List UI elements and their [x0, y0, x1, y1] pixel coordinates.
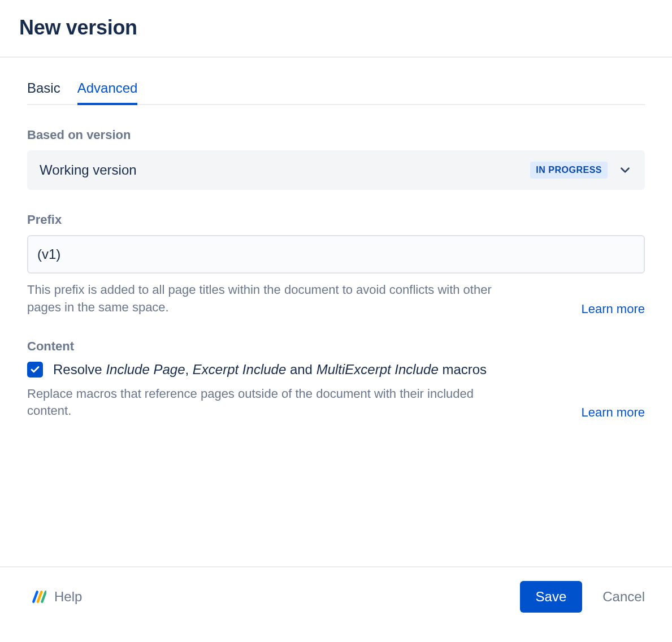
content-help-text: Replace macros that reference pages outs…	[27, 385, 508, 420]
dialog-content: Basic Advanced Based on version Working …	[0, 58, 672, 566]
prefix-field: Prefix This prefix is added to all page …	[27, 212, 645, 316]
help-label: Help	[54, 589, 82, 605]
cancel-button[interactable]: Cancel	[602, 589, 645, 605]
cb-text-pre: Resolve	[53, 362, 106, 377]
status-badge: IN PROGRESS	[530, 162, 608, 179]
resolve-macros-checkbox[interactable]	[27, 362, 43, 378]
cb-text-sep2: and	[286, 362, 316, 377]
based-on-right: IN PROGRESS	[530, 162, 632, 179]
prefix-input[interactable]	[27, 235, 645, 274]
resolve-macros-row: Resolve Include Page, Excerpt Include an…	[27, 362, 645, 378]
content-field: Content Resolve Include Page, Excerpt In…	[27, 339, 645, 420]
dialog-footer: Help Save Cancel	[0, 566, 672, 642]
help-link[interactable]: Help	[32, 589, 82, 605]
prefix-learn-more-link[interactable]: Learn more	[581, 302, 645, 316]
save-button[interactable]: Save	[520, 581, 583, 613]
cb-text-sep1: ,	[185, 362, 192, 377]
cb-text-em1: Include Page	[106, 362, 185, 377]
based-on-select[interactable]: Working version IN PROGRESS	[27, 150, 645, 190]
based-on-label: Based on version	[27, 128, 645, 142]
cb-text-em2: Excerpt Include	[193, 362, 286, 377]
help-icon	[32, 589, 46, 604]
dialog-header: New version	[0, 0, 672, 58]
resolve-macros-label: Resolve Include Page, Excerpt Include an…	[53, 362, 487, 378]
cb-text-post: macros	[439, 362, 487, 377]
chevron-down-icon	[618, 163, 632, 177]
based-on-value: Working version	[40, 162, 137, 178]
content-learn-more-link[interactable]: Learn more	[581, 405, 645, 420]
tab-basic[interactable]: Basic	[27, 80, 60, 104]
footer-buttons: Save Cancel	[520, 581, 645, 613]
check-icon	[30, 365, 40, 375]
prefix-help-text: This prefix is added to all page titles …	[27, 281, 508, 316]
based-on-field: Based on version Working version IN PROG…	[27, 128, 645, 190]
prefix-label: Prefix	[27, 212, 645, 227]
tab-advanced[interactable]: Advanced	[77, 80, 138, 104]
content-help-row: Replace macros that reference pages outs…	[27, 385, 645, 420]
cb-text-em3: MultiExcerpt Include	[317, 362, 439, 377]
dialog-title: New version	[19, 16, 653, 40]
content-label: Content	[27, 339, 645, 354]
prefix-help-row: This prefix is added to all page titles …	[27, 281, 645, 316]
tab-bar: Basic Advanced	[27, 80, 645, 105]
